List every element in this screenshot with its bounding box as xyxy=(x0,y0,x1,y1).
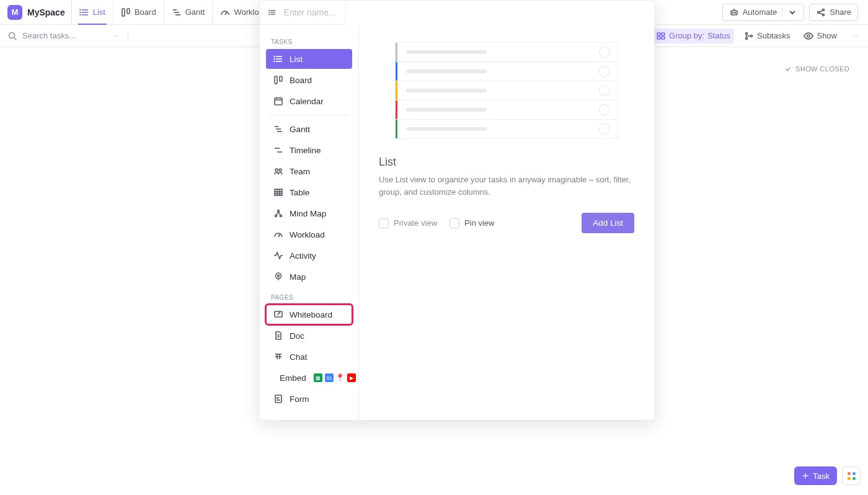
svg-rect-27 xyxy=(657,33,660,35)
nav-team[interactable]: Team xyxy=(266,161,352,181)
groupby-button[interactable]: Group by: Status xyxy=(652,29,734,43)
tab-board[interactable]: Board xyxy=(113,0,164,24)
svg-point-32 xyxy=(745,37,747,39)
tab-gantt[interactable]: Gantt xyxy=(164,0,213,24)
svg-rect-51 xyxy=(280,76,282,81)
nav-form[interactable]: Form xyxy=(266,389,352,409)
nav-workload[interactable]: Workload xyxy=(266,225,352,244)
row-avatar xyxy=(599,123,610,135)
nav-embed[interactable]: Embed ▦ 31 📍 ▶ xyxy=(266,368,352,388)
nav-calendar[interactable]: Calendar xyxy=(266,91,352,111)
svg-point-43 xyxy=(269,14,270,15)
nav-list[interactable]: List xyxy=(266,49,352,69)
svg-point-25 xyxy=(117,35,117,36)
section-tasks-label: TASKS xyxy=(264,32,355,48)
row-stripe xyxy=(396,120,397,138)
row-avatar xyxy=(599,104,610,115)
row-stripe xyxy=(396,43,397,61)
nav-map[interactable]: Map xyxy=(266,267,352,287)
svg-line-73 xyxy=(278,234,280,237)
nav-label: Board xyxy=(290,76,312,85)
row-bar xyxy=(406,69,487,73)
space-chip[interactable]: M MySpace xyxy=(7,0,72,24)
whiteboard-icon xyxy=(273,310,283,319)
nav-whiteboard[interactable]: Whiteboard xyxy=(266,305,352,324)
svg-point-61 xyxy=(275,169,278,171)
nav-label: Mind Map xyxy=(290,209,326,218)
nav-label: Form xyxy=(290,395,309,404)
svg-point-36 xyxy=(855,35,856,36)
section-pages-label: PAGES xyxy=(264,288,355,303)
calendar-icon xyxy=(273,96,283,106)
nav-chat[interactable]: Chat xyxy=(266,347,352,367)
svg-point-49 xyxy=(274,61,275,62)
svg-point-3 xyxy=(80,9,81,10)
search-input[interactable] xyxy=(21,30,95,41)
svg-rect-63 xyxy=(275,189,282,195)
show-button[interactable]: Show xyxy=(800,29,841,43)
map-icon xyxy=(273,272,283,282)
share-icon xyxy=(816,7,826,17)
private-view-checkbox[interactable]: Private view xyxy=(379,218,437,228)
nav-label: Embed xyxy=(280,373,306,383)
share-button[interactable]: Share xyxy=(809,4,858,21)
svg-point-74 xyxy=(276,273,281,279)
new-task-button[interactable]: Task xyxy=(794,466,837,485)
pin-view-checkbox[interactable]: Pin view xyxy=(450,218,494,228)
board-icon xyxy=(273,75,283,85)
add-list-button[interactable]: Add List xyxy=(582,213,634,233)
nav-board[interactable]: Board xyxy=(266,70,352,90)
space-name-label: MySpace xyxy=(27,7,65,17)
apps-button[interactable] xyxy=(842,466,861,485)
nav-label: Workload xyxy=(290,230,325,239)
nav-label: Chat xyxy=(290,352,308,362)
nav-doc[interactable]: Doc xyxy=(266,326,352,346)
view-tabs: List Board Gantt Workload xyxy=(72,0,276,24)
svg-rect-85 xyxy=(275,395,281,403)
chevron-down-icon[interactable] xyxy=(787,7,797,17)
svg-point-15 xyxy=(735,12,736,13)
nav-mindmap[interactable]: Mind Map xyxy=(266,203,352,223)
svg-point-70 xyxy=(280,215,282,217)
group-icon xyxy=(656,31,666,41)
svg-point-62 xyxy=(279,169,281,171)
nav-label: Map xyxy=(290,272,306,282)
view-name-input[interactable] xyxy=(283,7,337,18)
share-label: Share xyxy=(830,7,851,17)
svg-line-71 xyxy=(277,212,278,215)
svg-rect-50 xyxy=(275,76,277,84)
row-avatar xyxy=(599,66,610,77)
svg-point-4 xyxy=(80,12,81,12)
groupby-value: Status xyxy=(707,31,730,40)
nav-table[interactable]: Table xyxy=(266,182,352,202)
preview-pane: List Use List view to organize your task… xyxy=(359,25,654,420)
search-icon xyxy=(7,31,17,41)
row-bar xyxy=(406,127,487,131)
embed-app-icons: ▦ 31 📍 ▶ xyxy=(314,373,356,382)
nav-label: Gantt xyxy=(290,125,310,134)
nav-gantt[interactable]: Gantt xyxy=(266,119,352,139)
subtasks-button[interactable]: Subtasks xyxy=(740,29,794,43)
nav-label: Table xyxy=(290,188,309,197)
svg-point-24 xyxy=(115,35,115,36)
nav-label: Calendar xyxy=(290,97,324,106)
nav-activity[interactable]: Activity xyxy=(266,246,352,265)
gantt-icon xyxy=(273,124,283,134)
svg-rect-7 xyxy=(127,9,130,14)
nav-timeline[interactable]: Timeline xyxy=(266,140,352,160)
timeline-icon xyxy=(273,145,283,155)
tab-list[interactable]: List xyxy=(72,0,113,24)
eye-icon xyxy=(804,31,813,41)
toolbar-more-icon[interactable] xyxy=(851,31,861,41)
team-icon xyxy=(273,166,283,176)
preview-row xyxy=(395,119,618,139)
svg-point-68 xyxy=(278,210,280,212)
svg-rect-30 xyxy=(662,37,665,39)
svg-line-20 xyxy=(820,12,823,14)
youtube-icon: ▶ xyxy=(347,373,356,382)
row-bar xyxy=(406,89,487,92)
more-icon[interactable] xyxy=(110,31,120,41)
automate-button[interactable]: Automate xyxy=(722,4,805,21)
task-button-label: Task xyxy=(813,471,830,481)
svg-line-72 xyxy=(278,212,280,215)
